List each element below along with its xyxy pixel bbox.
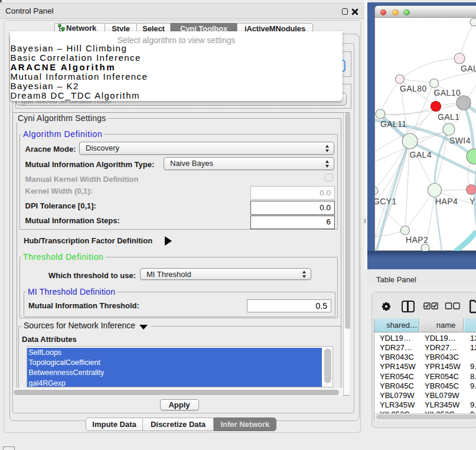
- svg-text:GCY1: GCY1: [375, 197, 397, 206]
- svg-text:HAP2: HAP2: [406, 235, 428, 244]
- svg-text:GAL80: GAL80: [400, 84, 427, 93]
- svg-text:GAL7: GAL7: [461, 64, 476, 73]
- svg-text:Y: Y: [470, 197, 475, 206]
- svg-text:SWI4: SWI4: [449, 136, 471, 145]
- svg-text:GAL11: GAL11: [380, 119, 407, 129]
- svg-text:GAL4: GAL4: [410, 150, 432, 159]
- svg-text:GAL10: GAL10: [434, 88, 461, 97]
- svg-text:GAL1: GAL1: [438, 112, 459, 122]
- svg-text:HAP4: HAP4: [435, 197, 458, 206]
